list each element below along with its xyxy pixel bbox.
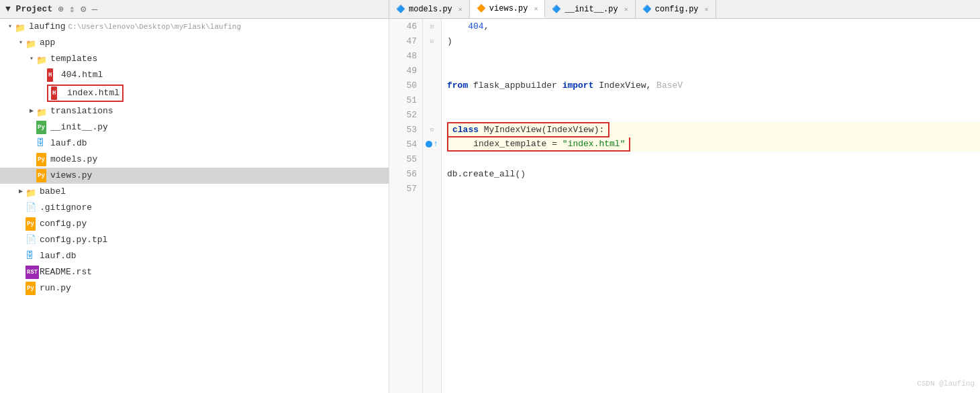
models-tab-close[interactable]: ✕ bbox=[458, 5, 462, 13]
gutter-55 bbox=[423, 152, 441, 166]
folder-icon-app: 📁 bbox=[26, 38, 38, 48]
gutter: ⊟ ⊟ ⊟ ↑ bbox=[423, 19, 442, 393]
py-icon-run: Py bbox=[26, 284, 38, 293]
init-tab-label: __init__.py bbox=[565, 5, 618, 14]
code-56-text: db.create_all() bbox=[447, 169, 526, 179]
models-tab-icon: 🔷 bbox=[396, 5, 405, 13]
project-actions[interactable]: ⊕ ⇕ ⚙ — bbox=[58, 3, 97, 15]
code-54-str: "index.html" bbox=[562, 139, 626, 149]
line-numbers: 46 47 48 49 50 51 52 53 54 55 56 57 bbox=[389, 19, 423, 393]
folder-icon-templates: 📁 bbox=[36, 54, 48, 64]
label-runpy: run.py bbox=[40, 282, 71, 295]
gutter-54: ↑ bbox=[423, 137, 441, 152]
chevron-translations: ▶ bbox=[27, 105, 36, 118]
tree-item-runpy[interactable]: Py run.py bbox=[0, 280, 389, 296]
init-tab-close[interactable]: ✕ bbox=[624, 5, 628, 13]
py-icon-views: Py bbox=[36, 171, 48, 180]
tab-views[interactable]: 🔶 views.py ✕ bbox=[470, 0, 546, 18]
code-53-class: class bbox=[452, 125, 479, 135]
code-line-51 bbox=[447, 93, 980, 107]
tree-item-translations[interactable]: ▶ 📁 translations bbox=[0, 103, 389, 119]
tree-item-initpy[interactable]: Py __init__.py bbox=[0, 119, 389, 135]
folder-icon-babel: 📁 bbox=[26, 187, 38, 196]
breakpoint-54 bbox=[426, 141, 432, 148]
fold-53[interactable]: ⊟ bbox=[430, 126, 434, 133]
label-laufdb2: lauf.db bbox=[40, 249, 77, 263]
chevron-laufing: ▾ bbox=[5, 20, 15, 34]
label-initpy: __init__.py bbox=[50, 121, 108, 134]
html-icon-404: H bbox=[47, 70, 59, 80]
chevron-babel: ▶ bbox=[16, 185, 26, 199]
project-label: ▼ Project bbox=[5, 4, 52, 14]
views-tab-label: views.py bbox=[489, 4, 528, 13]
models-tab-label: models.py bbox=[409, 5, 452, 14]
code-line-50: from flask_appbuilder import IndexView, … bbox=[447, 78, 980, 93]
line-55: 55 bbox=[389, 152, 422, 166]
code-50-import: import bbox=[562, 80, 594, 91]
gutter-53: ⊟ bbox=[423, 122, 441, 137]
label-viewspy: views.py bbox=[50, 169, 92, 182]
tree-item-gitignore[interactable]: 📄 .gitignore bbox=[0, 200, 389, 216]
code-line-55 bbox=[447, 152, 980, 166]
html-icon-index: H bbox=[51, 89, 63, 98]
tree-item-laufing[interactable]: ▾ 📁 laufing C:\Users\lenovo\Desktop\myFl… bbox=[0, 19, 389, 35]
code-54-indent: index_template = bbox=[452, 139, 562, 149]
fold-46[interactable]: ⊟ bbox=[430, 23, 434, 30]
init-tab-icon: 🔷 bbox=[552, 5, 561, 13]
py-icon-models: Py bbox=[36, 155, 48, 164]
code-50-from: from bbox=[447, 80, 468, 91]
line-46: 46 bbox=[389, 19, 422, 34]
gutter-51 bbox=[423, 93, 441, 107]
config-tab-icon: 🔷 bbox=[642, 5, 652, 13]
label-modelspy: models.py bbox=[50, 153, 97, 166]
tree-item-indexhtml[interactable]: H index.html bbox=[0, 83, 389, 103]
tree-item-modelspy[interactable]: Py models.py bbox=[0, 152, 389, 168]
tab-config[interactable]: 🔷 config.py ✕ bbox=[636, 0, 716, 18]
label-404html: 404.html bbox=[61, 68, 103, 82]
code-line-46: 404, bbox=[447, 19, 980, 34]
rst-icon: RST bbox=[26, 268, 38, 277]
tree-item-readme[interactable]: RST README.rst bbox=[0, 264, 389, 280]
line-50: 50 bbox=[389, 78, 422, 93]
gutter-47: ⊟ bbox=[423, 34, 441, 48]
watermark: CSDN @laufing bbox=[917, 380, 975, 388]
code-50-module: flask_appbuilder bbox=[468, 80, 562, 91]
tree-item-404html[interactable]: H 404.html bbox=[0, 67, 389, 83]
fold-47[interactable]: ⊟ bbox=[430, 38, 434, 45]
config-tab-close[interactable]: ✕ bbox=[705, 5, 709, 13]
tab-init[interactable]: 🔷 __init__.py ✕ bbox=[545, 0, 635, 18]
gutter-49 bbox=[423, 63, 441, 78]
tree-item-configtpl[interactable]: 📄 config.py.tpl bbox=[0, 232, 389, 248]
line-49: 49 bbox=[389, 63, 422, 78]
tree-item-babel[interactable]: ▶ 📁 babel bbox=[0, 184, 389, 200]
tab-models[interactable]: 🔷 models.py ✕ bbox=[389, 0, 470, 18]
line-51: 51 bbox=[389, 93, 422, 107]
code-53-box: class MyIndexView(IndexView): bbox=[447, 122, 609, 137]
arrow-54: ↑ bbox=[433, 139, 438, 149]
tree-item-templates[interactable]: ▾ 📁 templates bbox=[0, 51, 389, 67]
tree-item-laufdb[interactable]: 🗄 lauf.db bbox=[0, 135, 389, 152]
label-laufing: laufing bbox=[29, 20, 66, 34]
code-line-49 bbox=[447, 63, 980, 78]
tree-item-laufdb-root[interactable]: 🗄 lauf.db bbox=[0, 248, 389, 264]
label-translations: translations bbox=[50, 105, 113, 118]
tree-item-app[interactable]: ▾ 📁 app bbox=[0, 35, 389, 51]
tpl-icon: 📄 bbox=[26, 235, 38, 245]
tree-item-viewspy[interactable]: Py views.py bbox=[0, 168, 389, 184]
code-line-52 bbox=[447, 107, 980, 122]
folder-icon-laufing: 📁 bbox=[15, 22, 27, 32]
views-tab-icon: 🔶 bbox=[477, 4, 486, 13]
tree-item-configpy[interactable]: Py config.py bbox=[0, 216, 389, 232]
file-tree-panel: ▾ 📁 laufing C:\Users\lenovo\Desktop\myFl… bbox=[0, 19, 389, 393]
line-47: 47 bbox=[389, 34, 422, 48]
py-icon-config: Py bbox=[26, 219, 38, 229]
label-configtpl: config.py.tpl bbox=[40, 233, 107, 247]
code-line-47: ) bbox=[447, 34, 980, 48]
config-tab-label: config.py bbox=[655, 5, 699, 14]
line-57: 57 bbox=[389, 181, 422, 196]
code-line-48 bbox=[447, 48, 980, 63]
code-line-56: db.create_all() bbox=[447, 166, 980, 181]
views-tab-close[interactable]: ✕ bbox=[534, 5, 538, 13]
code-47-text: ) bbox=[447, 36, 452, 46]
code-content[interactable]: 404, ) from flask_appbuilder import bbox=[442, 19, 980, 393]
